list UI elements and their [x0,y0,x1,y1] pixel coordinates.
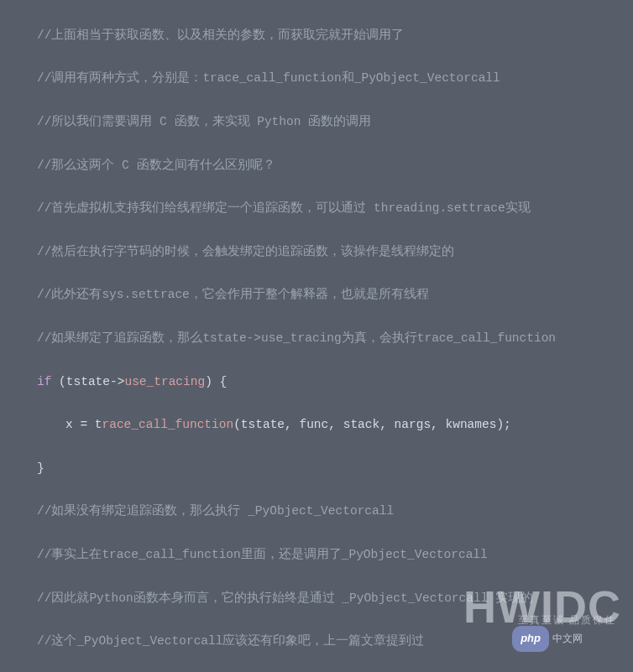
comment-line: //此外还有sys.settrace，它会作用于整个解释器，也就是所有线程 [0,284,429,306]
comment-line: //然后在执行字节码的时候，会触发绑定的追踪函数，该操作是线程绑定的 [0,242,454,263]
t-letter: t [95,418,102,431]
comment-line: //如果没有绑定追踪函数，那么执行 _PyObject_Vectorcall [0,501,394,523]
keyword-if: if [37,375,51,388]
comment-line: //所以我们需要调用 C 函数，来实现 Python 函数的调用 [0,112,371,133]
comment-line: //如果绑定了追踪函数，那么tstate->use_tracing为真，会执行t… [0,328,556,350]
assign-trace-call: x = trace_call_function(tstate, func, st… [0,414,511,436]
comment-line: //因此就Python函数本身而言，它的执行始终是通过 _PyObject_Ve… [0,588,533,610]
comment-line: //事实上在trace_call_function里面，还是调用了_PyObje… [0,544,488,566]
comment-line: //上面相当于获取函数、以及相关的参数，而获取完就开始调用了 [0,25,404,47]
x-equals: x = [65,418,95,431]
arrow-op: -> [110,375,124,388]
comment-line: //那么这两个 C 函数之间有什么区别呢？ [0,155,275,177]
ident-tstate: tstate [66,375,110,388]
code-block: //上面相当于获取函数、以及相关的参数，而获取完就开始调用了 //调用有两种方式… [0,0,633,672]
comment-line: //这个_PyObject_Vectorcall应该还有印象吧，上一篇文章提到过 [0,631,424,653]
comment-line: //调用有两种方式，分别是：trace_call_function和_PyObj… [0,68,500,90]
member-use-tracing: use_tracing [124,375,205,388]
close-brace: } [0,458,44,480]
trace-args: (tstate, func, stack, nargs, kwnames); [233,418,511,431]
paren-close-brace: ) { [205,375,227,388]
paren-open: ( [51,375,65,388]
comment-line: //首先虚拟机支持我们给线程绑定一个追踪函数，可以通过 threading.se… [0,198,531,220]
fn-race-call-function: race_call_function [102,418,234,431]
if-statement: if (tstate->use_tracing) { [0,372,227,393]
